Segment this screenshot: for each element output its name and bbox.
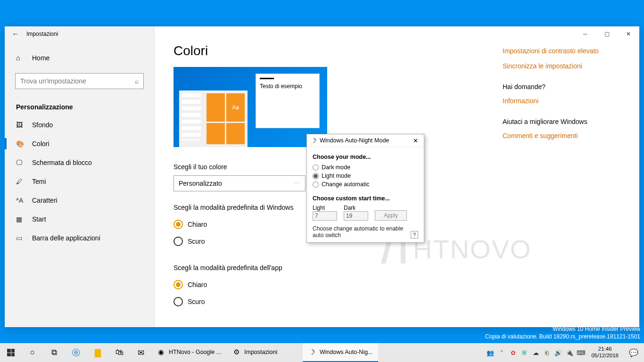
explorer-icon[interactable]: ▇ (87, 343, 108, 362)
search-box[interactable]: ⌕ (15, 73, 144, 89)
apply-button[interactable]: Apply (375, 210, 407, 221)
preview-window: Testo di esempio (256, 74, 320, 128)
back-button[interactable]: ← (5, 30, 26, 38)
time-heading: Choose custom start time... (313, 195, 418, 202)
sidebar-item-lockscreen[interactable]: 🖵Schermata di blocco (5, 153, 154, 172)
taskbar-clock[interactable]: 21:46 05/12/2018 (586, 346, 623, 359)
taskbar-app-autonight[interactable]: ☽Windows Auto-Nig... (303, 343, 378, 362)
dialog-close-button[interactable]: ✕ (411, 137, 420, 144)
radio-light-mode[interactable]: Light mode (313, 172, 418, 180)
tray-icon[interactable]: ✿ (507, 349, 519, 356)
picture-icon: 🖼 (16, 121, 24, 129)
home-icon: ⌂ (16, 54, 24, 62)
search-icon: ⌕ (135, 77, 139, 85)
fonts-icon: ᴬA (16, 197, 24, 204)
radio-auto-mode[interactable]: Change automatic (313, 180, 418, 189)
systray: 👥 ˄ ✿ ⛨ ☁ ⎗ 🔊 🔌 ⌨ 21:46 05/12/2018 💬 (485, 343, 644, 362)
link-sync[interactable]: Sincronizza le impostazioni (503, 58, 620, 74)
sidebar-item-temi[interactable]: 🖊Temi (5, 172, 154, 191)
sidebar-item-sfondo[interactable]: 🖼Sfondo (5, 115, 154, 134)
close-button[interactable]: ✕ (618, 26, 639, 41)
app-mode-scuro[interactable]: Scuro (173, 293, 620, 310)
sidebar-item-colori[interactable]: 🎨Colori (5, 134, 154, 153)
related-links: Impostazioni di contrasto elevato Sincro… (503, 43, 620, 143)
desktop-watermark: Windows 10 Home Insider Preview Copia di… (485, 325, 640, 340)
chrome-icon: ◉ (157, 348, 165, 356)
maximize-button[interactable]: ▢ (596, 26, 618, 41)
dialog-title: Windows Auto-Night Mode (320, 137, 408, 144)
help-button[interactable]: ? (411, 231, 418, 239)
store-icon[interactable]: 🛍 (108, 343, 130, 362)
edge-icon[interactable]: ⓔ (65, 343, 87, 362)
taskbar-app-settings[interactable]: ⚙Impostazioni (227, 343, 303, 362)
taskview-button[interactable]: ⧉ (43, 343, 65, 362)
light-time-input[interactable] (313, 211, 337, 221)
color-preview: Aa Testo di esempio (173, 67, 327, 147)
taskbar-icon: ▭ (16, 234, 24, 242)
taskbar: ○ ⧉ ⓔ ▇ 🛍 ✉ ◉HTNovo - Google ... ⚙Impost… (0, 343, 644, 362)
dark-time-label: Dark (344, 205, 368, 211)
start-button[interactable] (0, 343, 22, 362)
mail-icon[interactable]: ✉ (130, 343, 152, 362)
sidebar-item-start[interactable]: ▦Start (5, 210, 154, 229)
chevron-down-icon: ﹀ (294, 181, 300, 186)
gear-icon: ⚙ (232, 348, 240, 356)
sidebar-item-caratteri[interactable]: ᴬACaratteri (5, 191, 154, 210)
wifi-icon[interactable]: ⎗ (541, 349, 553, 356)
app-mode-chiaro[interactable]: Chiaro (173, 276, 620, 293)
light-time-label: Light (313, 205, 337, 211)
color-dropdown[interactable]: Personalizzato ﹀ (173, 175, 305, 191)
tray-chevron-icon[interactable]: ˄ (496, 349, 507, 356)
auto-night-dialog: ☽ Windows Auto-Night Mode ✕ Choose your … (306, 134, 424, 243)
window-title: Impostazioni (26, 31, 58, 37)
home-label: Home (32, 54, 50, 62)
sidebar-item-taskbar[interactable]: ▭Barra delle applicazioni (5, 229, 154, 247)
link-feedback[interactable]: Commenti e suggerimenti (503, 128, 620, 143)
defender-icon[interactable]: ⛨ (519, 349, 530, 356)
radio-dark-mode[interactable]: Dark mode (313, 163, 418, 172)
improve-head: Aiutaci a migliorare Windows (503, 108, 620, 128)
app-mode-label: Scegli la modalità predefinita dell'app (173, 264, 620, 272)
onedrive-icon[interactable]: ☁ (530, 349, 541, 356)
keyboard-icon[interactable]: ⌨ (575, 349, 586, 356)
link-info[interactable]: Informazioni (503, 93, 620, 108)
volume-icon[interactable]: 🔊 (553, 349, 564, 356)
dialog-hint: Choose change automatic to enable auto s… (313, 225, 418, 239)
app-mode-group: Chiaro Scuro (173, 276, 620, 310)
search-input[interactable] (20, 77, 135, 85)
lockscreen-icon: 🖵 (16, 159, 24, 166)
preview-start: Aa (179, 90, 248, 147)
moon-icon: ☽ (311, 137, 317, 144)
power-icon[interactable]: 🔌 (564, 349, 575, 356)
minimize-button[interactable]: ─ (574, 26, 596, 41)
dialog-titlebar[interactable]: ☽ Windows Auto-Night Mode ✕ (307, 134, 424, 147)
sidebar-section: Personalizzazione (5, 96, 154, 115)
mode-heading: Choose your mode... (313, 154, 418, 160)
action-center-icon[interactable]: 💬 (623, 348, 644, 357)
moon-icon: ☽ (307, 348, 316, 356)
link-contrast[interactable]: Impostazioni di contrasto elevato (503, 43, 620, 58)
questions-head: Hai domande? (503, 74, 620, 93)
themes-icon: 🖊 (16, 178, 24, 185)
settings-titlebar: ← Impostazioni ─ ▢ ✕ (5, 26, 639, 41)
palette-icon: 🎨 (16, 140, 24, 148)
cortana-button[interactable]: ○ (22, 343, 43, 362)
dark-time-input[interactable] (344, 211, 368, 221)
taskbar-app-chrome[interactable]: ◉HTNovo - Google ... (152, 343, 227, 362)
sidebar-home[interactable]: ⌂ Home (5, 49, 154, 66)
start-icon: ▦ (16, 215, 24, 223)
people-icon[interactable]: 👥 (485, 349, 496, 356)
sidebar: ⌂ Home ⌕ Personalizzazione 🖼Sfondo 🎨Colo… (5, 26, 155, 327)
